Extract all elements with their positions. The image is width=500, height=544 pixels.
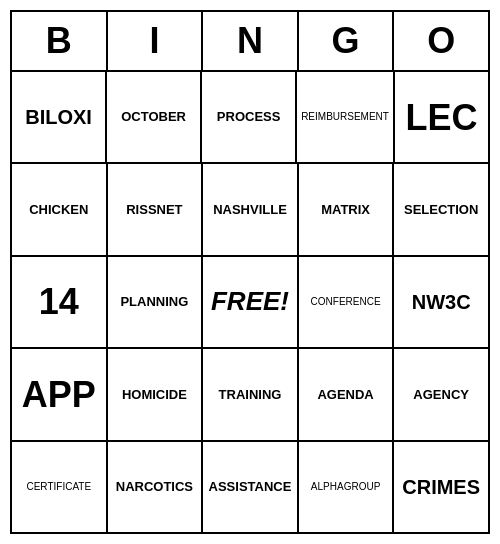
- bingo-cell: SELECTION: [394, 164, 488, 254]
- cell-label: CERTIFICATE: [26, 481, 91, 493]
- cell-label: BILOXI: [25, 105, 92, 129]
- bingo-cell: BILOXI: [12, 72, 107, 162]
- cell-label: SELECTION: [404, 202, 478, 218]
- bingo-cell: ALPHAGROUP: [299, 442, 395, 532]
- cell-label: ALPHAGROUP: [311, 481, 380, 493]
- bingo-cell: APP: [12, 349, 108, 439]
- cell-label: APP: [22, 373, 96, 416]
- cell-label: CRIMES: [402, 475, 480, 499]
- bingo-cell: NASHVILLE: [203, 164, 299, 254]
- cell-label: AGENCY: [413, 387, 469, 403]
- cell-label: Free!: [211, 286, 289, 317]
- bingo-header: BINGO: [12, 12, 488, 72]
- bingo-cell: NW3C: [394, 257, 488, 347]
- header-letter: I: [108, 12, 204, 70]
- bingo-cell: LEC: [395, 72, 488, 162]
- bingo-cell: PROCESS: [202, 72, 297, 162]
- bingo-cell: NARCOTICS: [108, 442, 204, 532]
- bingo-cell: ASSISTANCE: [203, 442, 299, 532]
- bingo-cell: OCTOBER: [107, 72, 202, 162]
- cell-label: NASHVILLE: [213, 202, 287, 218]
- bingo-cell: CHICKEN: [12, 164, 108, 254]
- bingo-row: APPHOMICIDETRAININGAGENDAAGENCY: [12, 349, 488, 441]
- bingo-row: CHICKENRISSNETNASHVILLEMATRIXSELECTION: [12, 164, 488, 256]
- bingo-grid: BILOXIOCTOBERPROCESSREIMBURSEMENTLECCHIC…: [12, 72, 488, 532]
- bingo-cell: CERTIFICATE: [12, 442, 108, 532]
- cell-label: LEC: [405, 96, 477, 139]
- cell-label: CONFERENCE: [311, 296, 381, 308]
- cell-label: REIMBURSEMENT: [301, 111, 389, 123]
- cell-label: HOMICIDE: [122, 387, 187, 403]
- cell-label: AGENDA: [317, 387, 373, 403]
- cell-label: PROCESS: [217, 109, 281, 125]
- bingo-cell: 14: [12, 257, 108, 347]
- header-letter: O: [394, 12, 488, 70]
- bingo-cell: REIMBURSEMENT: [297, 72, 395, 162]
- header-letter: N: [203, 12, 299, 70]
- cell-label: NARCOTICS: [116, 479, 193, 495]
- bingo-row: 14PLANNINGFree!CONFERENCENW3C: [12, 257, 488, 349]
- bingo-cell: AGENCY: [394, 349, 488, 439]
- cell-label: TRAINING: [219, 387, 282, 403]
- bingo-cell: PLANNING: [108, 257, 204, 347]
- bingo-row: CERTIFICATENARCOTICSASSISTANCEALPHAGROUP…: [12, 442, 488, 532]
- cell-label: CHICKEN: [29, 202, 88, 218]
- bingo-cell: CRIMES: [394, 442, 488, 532]
- bingo-cell: CONFERENCE: [299, 257, 395, 347]
- cell-label: RISSNET: [126, 202, 182, 218]
- header-letter: B: [12, 12, 108, 70]
- cell-label: NW3C: [412, 290, 471, 314]
- bingo-card: BINGO BILOXIOCTOBERPROCESSREIMBURSEMENTL…: [10, 10, 490, 534]
- cell-label: PLANNING: [120, 294, 188, 310]
- bingo-cell: MATRIX: [299, 164, 395, 254]
- bingo-row: BILOXIOCTOBERPROCESSREIMBURSEMENTLEC: [12, 72, 488, 164]
- bingo-cell: HOMICIDE: [108, 349, 204, 439]
- cell-label: ASSISTANCE: [209, 479, 292, 495]
- bingo-cell: Free!: [203, 257, 299, 347]
- bingo-cell: TRAINING: [203, 349, 299, 439]
- cell-label: OCTOBER: [121, 109, 186, 125]
- cell-label: 14: [39, 280, 79, 323]
- bingo-cell: RISSNET: [108, 164, 204, 254]
- bingo-cell: AGENDA: [299, 349, 395, 439]
- cell-label: MATRIX: [321, 202, 370, 218]
- header-letter: G: [299, 12, 395, 70]
